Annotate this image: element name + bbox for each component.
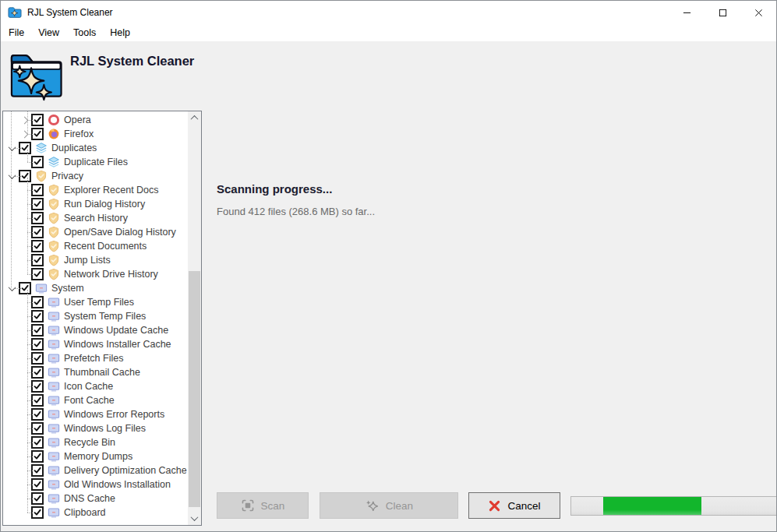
tree-item-privacy[interactable]: Privacy	[3, 169, 188, 183]
chevron-down-icon	[9, 284, 16, 291]
tree-connector-line	[27, 162, 34, 163]
tree-item-label: Prefetch Files	[64, 353, 123, 364]
progress-marquee-block	[603, 497, 702, 515]
tree-item-label: DNS Cache	[64, 493, 115, 504]
tree-item-clipboard[interactable]: Clipboard	[3, 506, 188, 520]
tree-connector-line	[27, 470, 34, 471]
chevron-up-icon	[191, 115, 199, 123]
tree-connector-line	[27, 414, 34, 415]
menu-item-view[interactable]: View	[31, 26, 66, 40]
app-window: RJL System Cleaner FileViewToolsHelp	[0, 0, 777, 532]
tree-connector-line	[27, 372, 34, 373]
menu-item-file[interactable]: File	[2, 26, 31, 40]
tree-guide-line	[27, 290, 28, 513]
tree-item-memory-dumps[interactable]: Memory Dumps	[3, 449, 188, 463]
firefox-icon	[48, 128, 60, 140]
tree-scrollbar[interactable]	[188, 111, 201, 525]
tree-item-label: Windows Log Files	[64, 423, 146, 434]
tree-item-icon-cache[interactable]: Icon Cache	[3, 379, 188, 393]
tree-item-label: Icon Cache	[64, 381, 113, 392]
tree-connector-line	[15, 288, 21, 289]
tree-item-search-history[interactable]: Search History	[3, 211, 188, 225]
tree-item-open-save-dialog-history[interactable]: Open/Save Dialog History	[3, 225, 188, 239]
tree-item-windows-error-reports[interactable]: Windows Error Reports	[3, 407, 188, 421]
app-logo-icon	[7, 49, 65, 102]
tree-item-label: Recent Documents	[64, 241, 147, 252]
monitor-icon	[48, 478, 60, 491]
layers-icon	[35, 142, 48, 154]
menu-item-tools[interactable]: Tools	[66, 26, 103, 40]
tree-item-label: Search History	[64, 213, 128, 224]
tree-connector-line	[27, 442, 34, 443]
tree-item-firefox[interactable]: Firefox	[3, 127, 188, 141]
tree-connector-line	[27, 316, 34, 317]
tree-item-dns-cache[interactable]: DNS Cache	[3, 491, 188, 506]
tree-item-windows-installer-cache[interactable]: Windows Installer Cache	[3, 337, 188, 351]
scan-progress-bar	[570, 496, 777, 516]
tree-item-label: Memory Dumps	[64, 451, 132, 462]
tree-item-label: Old Windows Installation	[64, 479, 171, 490]
close-button[interactable]	[740, 1, 776, 24]
tree-item-jump-lists[interactable]: Jump Lists	[3, 253, 188, 267]
minimize-icon	[683, 9, 691, 17]
tree-connector-line	[27, 484, 34, 485]
header: RJL System Cleaner	[1, 41, 776, 111]
tree-item-run-dialog-history[interactable]: Run Dialog History	[3, 197, 188, 211]
tree-item-old-windows-installation[interactable]: Old Windows Installation	[3, 477, 188, 491]
tree-item-prefetch-files[interactable]: Prefetch Files	[3, 351, 188, 365]
tree-item-system-temp-files[interactable]: System Temp Files	[3, 309, 188, 323]
monitor-icon	[48, 324, 60, 336]
maximize-button[interactable]	[705, 1, 740, 24]
tree-item-windows-update-cache[interactable]: Windows Update Cache	[3, 323, 188, 337]
scan-button[interactable]: Scan	[217, 492, 309, 519]
tree-connector-line	[15, 148, 21, 149]
tree-connector-line	[27, 358, 34, 359]
tree-item-network-drive-history[interactable]: Network Drive History	[3, 267, 188, 281]
clean-button[interactable]: Clean	[320, 492, 458, 519]
scroll-down-button[interactable]	[188, 512, 201, 525]
tree-connector-line	[27, 302, 34, 303]
monitor-icon	[48, 352, 60, 365]
minimize-button[interactable]	[669, 1, 705, 24]
tree-item-label: Delivery Optimization Cache	[64, 465, 187, 476]
tree-item-user-temp-files[interactable]: User Temp Files	[3, 295, 188, 309]
tree-item-font-cache[interactable]: Font Cache	[3, 393, 188, 407]
shield-icon	[48, 254, 60, 266]
tree-item-thumbnail-cache[interactable]: Thumbnail Cache	[3, 365, 188, 379]
sparkle-icon	[365, 499, 380, 513]
close-icon	[754, 9, 763, 17]
monitor-icon	[48, 492, 60, 505]
tree-item-recent-documents[interactable]: Recent Documents	[3, 239, 188, 253]
scan-status-text: Found 412 files (268.6 MB) so far...	[217, 206, 375, 217]
tree-item-label: Jump Lists	[64, 255, 111, 266]
monitor-icon	[48, 366, 60, 379]
tree-item-duplicates[interactable]: Duplicates	[3, 141, 188, 155]
tree-item-label: Firefox	[64, 129, 94, 139]
tree-item-recycle-bin[interactable]: Recycle Bin	[3, 435, 188, 449]
tree-connector-line	[27, 428, 34, 429]
tree-item-explorer-recent-docs[interactable]: Explorer Recent Docs	[3, 183, 188, 197]
scroll-up-button[interactable]	[188, 111, 201, 125]
tree-item-label: Opera	[64, 115, 91, 125]
monitor-icon	[48, 450, 60, 463]
chevron-down-icon	[9, 143, 16, 151]
menu-item-help[interactable]: Help	[103, 26, 137, 40]
tree-connector-line	[27, 232, 34, 233]
tree-item-delivery-optimization-cache[interactable]: Delivery Optimization Cache	[3, 463, 188, 477]
cancel-button[interactable]: Cancel	[468, 492, 560, 519]
tree-item-system[interactable]: System	[3, 281, 188, 295]
monitor-icon	[48, 380, 60, 393]
tree-connector-line	[27, 260, 34, 261]
tree-item-label: Explorer Recent Docs	[64, 185, 159, 196]
tree-item-label: Duplicates	[51, 143, 97, 153]
tree-item-opera[interactable]: Opera	[3, 113, 188, 127]
tree-item-label: Privacy	[51, 171, 83, 181]
monitor-icon	[48, 310, 60, 322]
scrollbar-thumb[interactable]	[189, 271, 200, 507]
tree-connector-line	[27, 400, 34, 401]
shield-icon	[48, 240, 60, 252]
tree-item-windows-log-files[interactable]: Windows Log Files	[3, 421, 188, 435]
red-x-icon	[488, 499, 501, 513]
shield-icon	[48, 268, 60, 280]
tree-item-duplicate-files[interactable]: Duplicate Files	[3, 155, 188, 169]
